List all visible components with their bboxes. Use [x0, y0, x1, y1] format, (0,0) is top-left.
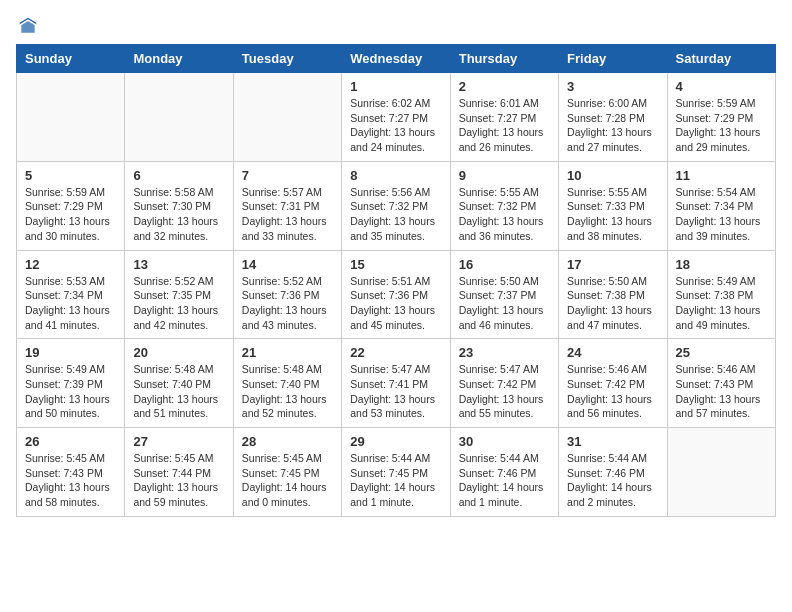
day-number: 25 — [676, 345, 767, 360]
day-number: 22 — [350, 345, 441, 360]
calendar-cell: 18Sunrise: 5:49 AM Sunset: 7:38 PM Dayli… — [667, 250, 775, 339]
day-info: Sunrise: 5:52 AM Sunset: 7:36 PM Dayligh… — [242, 274, 333, 333]
day-info: Sunrise: 6:00 AM Sunset: 7:28 PM Dayligh… — [567, 96, 658, 155]
day-info: Sunrise: 5:51 AM Sunset: 7:36 PM Dayligh… — [350, 274, 441, 333]
weekday-header: Monday — [125, 45, 233, 73]
calendar-cell — [233, 73, 341, 162]
day-info: Sunrise: 5:48 AM Sunset: 7:40 PM Dayligh… — [242, 362, 333, 421]
calendar-week-row: 1Sunrise: 6:02 AM Sunset: 7:27 PM Daylig… — [17, 73, 776, 162]
day-number: 6 — [133, 168, 224, 183]
day-info: Sunrise: 5:49 AM Sunset: 7:39 PM Dayligh… — [25, 362, 116, 421]
weekday-header: Thursday — [450, 45, 558, 73]
day-number: 23 — [459, 345, 550, 360]
day-info: Sunrise: 5:44 AM Sunset: 7:45 PM Dayligh… — [350, 451, 441, 510]
day-number: 30 — [459, 434, 550, 449]
calendar-cell: 13Sunrise: 5:52 AM Sunset: 7:35 PM Dayli… — [125, 250, 233, 339]
day-number: 17 — [567, 257, 658, 272]
weekday-header: Sunday — [17, 45, 125, 73]
calendar-cell: 16Sunrise: 5:50 AM Sunset: 7:37 PM Dayli… — [450, 250, 558, 339]
day-number: 5 — [25, 168, 116, 183]
day-number: 8 — [350, 168, 441, 183]
day-info: Sunrise: 5:59 AM Sunset: 7:29 PM Dayligh… — [25, 185, 116, 244]
weekday-header: Friday — [559, 45, 667, 73]
day-info: Sunrise: 5:55 AM Sunset: 7:32 PM Dayligh… — [459, 185, 550, 244]
day-info: Sunrise: 5:45 AM Sunset: 7:43 PM Dayligh… — [25, 451, 116, 510]
day-number: 29 — [350, 434, 441, 449]
day-info: Sunrise: 5:50 AM Sunset: 7:37 PM Dayligh… — [459, 274, 550, 333]
day-number: 12 — [25, 257, 116, 272]
day-number: 4 — [676, 79, 767, 94]
day-number: 24 — [567, 345, 658, 360]
day-info: Sunrise: 5:47 AM Sunset: 7:41 PM Dayligh… — [350, 362, 441, 421]
day-number: 15 — [350, 257, 441, 272]
day-info: Sunrise: 5:46 AM Sunset: 7:43 PM Dayligh… — [676, 362, 767, 421]
day-info: Sunrise: 5:52 AM Sunset: 7:35 PM Dayligh… — [133, 274, 224, 333]
day-info: Sunrise: 5:45 AM Sunset: 7:44 PM Dayligh… — [133, 451, 224, 510]
calendar-cell — [17, 73, 125, 162]
logo-icon — [18, 16, 38, 36]
day-number: 18 — [676, 257, 767, 272]
day-number: 31 — [567, 434, 658, 449]
day-number: 10 — [567, 168, 658, 183]
calendar-cell: 7Sunrise: 5:57 AM Sunset: 7:31 PM Daylig… — [233, 161, 341, 250]
calendar-cell — [667, 428, 775, 517]
calendar-cell: 15Sunrise: 5:51 AM Sunset: 7:36 PM Dayli… — [342, 250, 450, 339]
day-number: 2 — [459, 79, 550, 94]
day-number: 27 — [133, 434, 224, 449]
calendar-cell: 31Sunrise: 5:44 AM Sunset: 7:46 PM Dayli… — [559, 428, 667, 517]
calendar-cell: 21Sunrise: 5:48 AM Sunset: 7:40 PM Dayli… — [233, 339, 341, 428]
calendar-cell: 17Sunrise: 5:50 AM Sunset: 7:38 PM Dayli… — [559, 250, 667, 339]
weekday-header: Wednesday — [342, 45, 450, 73]
day-info: Sunrise: 6:02 AM Sunset: 7:27 PM Dayligh… — [350, 96, 441, 155]
calendar-cell: 3Sunrise: 6:00 AM Sunset: 7:28 PM Daylig… — [559, 73, 667, 162]
day-info: Sunrise: 5:44 AM Sunset: 7:46 PM Dayligh… — [567, 451, 658, 510]
weekday-header: Tuesday — [233, 45, 341, 73]
calendar-week-row: 26Sunrise: 5:45 AM Sunset: 7:43 PM Dayli… — [17, 428, 776, 517]
day-info: Sunrise: 5:50 AM Sunset: 7:38 PM Dayligh… — [567, 274, 658, 333]
day-info: Sunrise: 5:49 AM Sunset: 7:38 PM Dayligh… — [676, 274, 767, 333]
day-number: 16 — [459, 257, 550, 272]
calendar-cell: 27Sunrise: 5:45 AM Sunset: 7:44 PM Dayli… — [125, 428, 233, 517]
calendar-cell: 28Sunrise: 5:45 AM Sunset: 7:45 PM Dayli… — [233, 428, 341, 517]
day-info: Sunrise: 5:47 AM Sunset: 7:42 PM Dayligh… — [459, 362, 550, 421]
day-number: 14 — [242, 257, 333, 272]
calendar-cell: 14Sunrise: 5:52 AM Sunset: 7:36 PM Dayli… — [233, 250, 341, 339]
calendar-cell: 5Sunrise: 5:59 AM Sunset: 7:29 PM Daylig… — [17, 161, 125, 250]
calendar-cell: 20Sunrise: 5:48 AM Sunset: 7:40 PM Dayli… — [125, 339, 233, 428]
calendar-week-row: 12Sunrise: 5:53 AM Sunset: 7:34 PM Dayli… — [17, 250, 776, 339]
day-number: 11 — [676, 168, 767, 183]
day-info: Sunrise: 5:59 AM Sunset: 7:29 PM Dayligh… — [676, 96, 767, 155]
calendar-cell: 8Sunrise: 5:56 AM Sunset: 7:32 PM Daylig… — [342, 161, 450, 250]
day-info: Sunrise: 6:01 AM Sunset: 7:27 PM Dayligh… — [459, 96, 550, 155]
calendar-week-row: 19Sunrise: 5:49 AM Sunset: 7:39 PM Dayli… — [17, 339, 776, 428]
calendar-cell: 6Sunrise: 5:58 AM Sunset: 7:30 PM Daylig… — [125, 161, 233, 250]
day-info: Sunrise: 5:46 AM Sunset: 7:42 PM Dayligh… — [567, 362, 658, 421]
day-number: 19 — [25, 345, 116, 360]
calendar: SundayMondayTuesdayWednesdayThursdayFrid… — [16, 44, 776, 517]
day-info: Sunrise: 5:44 AM Sunset: 7:46 PM Dayligh… — [459, 451, 550, 510]
day-number: 7 — [242, 168, 333, 183]
day-info: Sunrise: 5:58 AM Sunset: 7:30 PM Dayligh… — [133, 185, 224, 244]
day-info: Sunrise: 5:55 AM Sunset: 7:33 PM Dayligh… — [567, 185, 658, 244]
day-info: Sunrise: 5:45 AM Sunset: 7:45 PM Dayligh… — [242, 451, 333, 510]
logo — [16, 16, 38, 36]
page-header — [16, 16, 776, 36]
calendar-cell: 1Sunrise: 6:02 AM Sunset: 7:27 PM Daylig… — [342, 73, 450, 162]
day-info: Sunrise: 5:53 AM Sunset: 7:34 PM Dayligh… — [25, 274, 116, 333]
calendar-header-row: SundayMondayTuesdayWednesdayThursdayFrid… — [17, 45, 776, 73]
calendar-cell: 30Sunrise: 5:44 AM Sunset: 7:46 PM Dayli… — [450, 428, 558, 517]
day-info: Sunrise: 5:54 AM Sunset: 7:34 PM Dayligh… — [676, 185, 767, 244]
calendar-cell: 29Sunrise: 5:44 AM Sunset: 7:45 PM Dayli… — [342, 428, 450, 517]
calendar-cell: 26Sunrise: 5:45 AM Sunset: 7:43 PM Dayli… — [17, 428, 125, 517]
calendar-week-row: 5Sunrise: 5:59 AM Sunset: 7:29 PM Daylig… — [17, 161, 776, 250]
calendar-cell — [125, 73, 233, 162]
calendar-cell: 19Sunrise: 5:49 AM Sunset: 7:39 PM Dayli… — [17, 339, 125, 428]
day-number: 20 — [133, 345, 224, 360]
calendar-cell: 22Sunrise: 5:47 AM Sunset: 7:41 PM Dayli… — [342, 339, 450, 428]
calendar-cell: 23Sunrise: 5:47 AM Sunset: 7:42 PM Dayli… — [450, 339, 558, 428]
day-info: Sunrise: 5:48 AM Sunset: 7:40 PM Dayligh… — [133, 362, 224, 421]
calendar-cell: 9Sunrise: 5:55 AM Sunset: 7:32 PM Daylig… — [450, 161, 558, 250]
day-info: Sunrise: 5:56 AM Sunset: 7:32 PM Dayligh… — [350, 185, 441, 244]
day-number: 28 — [242, 434, 333, 449]
calendar-cell: 12Sunrise: 5:53 AM Sunset: 7:34 PM Dayli… — [17, 250, 125, 339]
